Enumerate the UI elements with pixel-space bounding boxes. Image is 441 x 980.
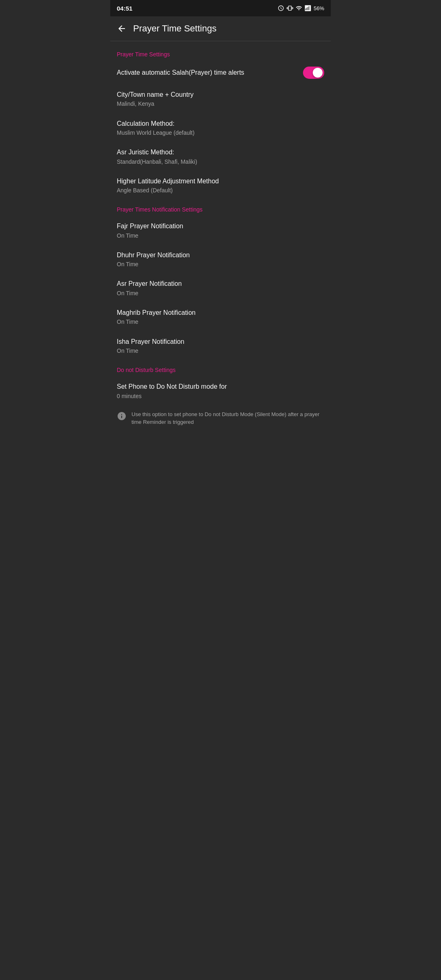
asr-notif-value: On Time (117, 290, 324, 297)
fajr-title: Fajr Prayer Notification (117, 222, 324, 231)
status-time: 04:51 (117, 5, 132, 12)
section-header-notification: Prayer Times Notification Settings (110, 200, 331, 216)
toolbar-title: Prayer Time Settings (133, 23, 216, 34)
setting-maghrib-notification[interactable]: Maghrib Prayer Notification On Time (110, 303, 331, 332)
dnd-value: 0 minutes (117, 392, 324, 400)
setting-asr-notification[interactable]: Asr Prayer Notification On Time (110, 274, 331, 303)
higher-latitude-title: Higher Latitude Adjustment Method (117, 177, 324, 186)
maghrib-value: On Time (117, 318, 324, 325)
info-text: Use this option to set phone to Do not D… (131, 410, 324, 426)
toggle-container[interactable] (303, 67, 324, 79)
info-section: Use this option to set phone to Do not D… (110, 405, 331, 431)
asr-notif-title: Asr Prayer Notification (117, 279, 324, 288)
settings-content: Prayer Time Settings Activate automatic … (110, 41, 331, 434)
alarm-icon (278, 5, 284, 11)
status-icons: 56% (278, 5, 324, 11)
isha-title: Isha Prayer Notification (117, 337, 324, 346)
setting-higher-latitude[interactable]: Higher Latitude Adjustment Method Angle … (110, 171, 331, 200)
back-button[interactable] (117, 24, 127, 33)
city-country-value: Malindi, Kenya (117, 100, 324, 107)
calculation-method-title: Calculation Method: (117, 119, 324, 128)
fajr-value: On Time (117, 232, 324, 239)
setting-dnd-mode[interactable]: Set Phone to Do Not Disturb mode for 0 m… (110, 376, 331, 405)
auto-alerts-title: Activate automatic Salah(Prayer) time al… (117, 68, 303, 77)
asr-juristic-value: Standard(Hanbali, Shafi, Maliki) (117, 158, 324, 165)
maghrib-title: Maghrib Prayer Notification (117, 308, 324, 317)
back-icon (117, 24, 127, 33)
setting-calculation-method[interactable]: Calculation Method: Muslim World League … (110, 114, 331, 143)
city-country-title: City/Town name + Country (117, 90, 324, 99)
vibrate-icon (287, 5, 293, 11)
setting-isha-notification[interactable]: Isha Prayer Notification On Time (110, 332, 331, 361)
info-icon (117, 411, 127, 421)
toolbar: Prayer Time Settings (110, 16, 331, 41)
signal-icon (305, 5, 311, 11)
section-header-prayer-time: Prayer Time Settings (110, 45, 331, 61)
auto-alerts-toggle[interactable] (303, 67, 324, 79)
isha-value: On Time (117, 347, 324, 354)
setting-auto-alerts[interactable]: Activate automatic Salah(Prayer) time al… (110, 61, 331, 85)
wifi-icon (296, 5, 302, 11)
battery-level: 56% (314, 5, 324, 11)
section-header-dnd: Do not Disturb Settings (110, 360, 331, 376)
dhuhr-value: On Time (117, 261, 324, 268)
setting-city-country[interactable]: City/Town name + Country Malindi, Kenya (110, 85, 331, 114)
setting-dhuhr-notification[interactable]: Dhuhr Prayer Notification On Time (110, 245, 331, 274)
asr-juristic-title: Asr Juristic Method: (117, 148, 324, 157)
dhuhr-title: Dhuhr Prayer Notification (117, 251, 324, 260)
calculation-method-value: Muslim World League (default) (117, 129, 324, 136)
higher-latitude-value: Angle Based (Default) (117, 187, 324, 194)
status-bar: 04:51 56% (110, 0, 331, 16)
setting-asr-juristic[interactable]: Asr Juristic Method: Standard(Hanbali, S… (110, 142, 331, 171)
setting-fajr-notification[interactable]: Fajr Prayer Notification On Time (110, 216, 331, 245)
dnd-title: Set Phone to Do Not Disturb mode for (117, 382, 324, 391)
